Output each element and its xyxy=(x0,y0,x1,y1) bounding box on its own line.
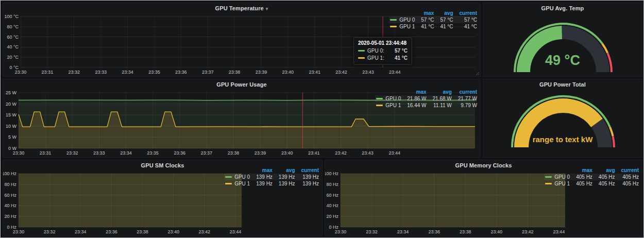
svg-text:20 Hz: 20 Hz xyxy=(4,214,16,219)
panel-title-text: GPU SM Clocks xyxy=(141,162,184,168)
svg-text:23:43: 23:43 xyxy=(362,70,374,75)
svg-text:23:36: 23:36 xyxy=(175,70,187,75)
legend-header-avg[interactable]: avg xyxy=(592,167,615,174)
legend-series-gpu0[interactable]: GPU 0 xyxy=(224,174,250,180)
panel-title-gpu-power-total[interactable]: GPU Power Total xyxy=(483,79,642,90)
svg-text:5 W: 5 W xyxy=(8,134,17,140)
power-legend: max avg current GPU 0 21.86 W 21.68 W 21… xyxy=(375,89,477,109)
graph-tooltip: 2020-05-01 23:44:48 GPU 0: 57 °C GPU 1: … xyxy=(353,37,412,65)
legend-header-avg[interactable]: avg xyxy=(273,167,295,174)
series-color-dash-icon xyxy=(225,176,232,178)
legend-value: 405 Hz xyxy=(592,180,615,187)
legend-series-gpu1[interactable]: GPU 1 xyxy=(375,102,401,109)
svg-text:23:38: 23:38 xyxy=(460,229,471,234)
svg-text:23:44: 23:44 xyxy=(553,229,565,234)
svg-text:23:40: 23:40 xyxy=(281,150,293,156)
gauge-value-power-total: range to text kW xyxy=(483,135,642,144)
legend-series-gpu0[interactable]: GPU 0 xyxy=(389,16,415,23)
legend-header-max[interactable]: max xyxy=(250,167,273,174)
legend-series-gpu0[interactable]: GPU 0 xyxy=(544,174,570,180)
svg-text:23:30: 23:30 xyxy=(335,229,347,234)
tooltip-row-gpu1: GPU 1: 41 °C xyxy=(358,55,408,62)
svg-text:23:39: 23:39 xyxy=(255,150,266,156)
legend-header-row: max avg current xyxy=(389,10,477,16)
series-color-dash-icon xyxy=(390,19,397,21)
legend-value: 405 Hz xyxy=(570,180,592,187)
svg-text:23:41: 23:41 xyxy=(309,70,320,75)
svg-text:40 °C: 40 °C xyxy=(7,44,19,49)
svg-text:40 Hz: 40 Hz xyxy=(4,203,16,208)
series-color-dash-icon xyxy=(376,98,383,99)
legend-series-gpu1[interactable]: GPU 1 xyxy=(544,180,570,187)
panel-resize-handle[interactable] xyxy=(475,71,479,75)
chevron-down-icon[interactable]: ▾ xyxy=(266,6,268,11)
svg-text:23:42: 23:42 xyxy=(335,70,347,75)
legend-header-row: max avg current xyxy=(375,89,477,95)
svg-text:23:44: 23:44 xyxy=(389,70,401,75)
legend-value: 57 °C xyxy=(415,16,434,23)
legend-value: 139 Hz xyxy=(273,174,295,180)
svg-text:23:37: 23:37 xyxy=(202,70,214,75)
svg-text:23:32: 23:32 xyxy=(66,150,78,156)
legend-header-current[interactable]: current xyxy=(295,167,319,174)
legend-series-gpu1[interactable]: GPU 1 xyxy=(224,180,250,187)
legend-row-gpu1: GPU 1 41 °C 41 °C 41 °C xyxy=(389,23,477,30)
panel-gpu-sm-clocks: GPU SM Clocks 100 Hz80 Hz60 Hz40 Hz20 Hz… xyxy=(3,160,323,236)
legend-row-gpu0: GPU 0 405 Hz 405 Hz 405 Hz xyxy=(544,174,639,180)
panel-gpu-power-total: GPU Power Total range to text kW xyxy=(483,79,642,158)
legend-value: 21.86 W xyxy=(401,95,426,102)
legend-value: 57 °C xyxy=(434,16,453,23)
sm-clocks-legend: max avg current GPU 0 139 Hz 139 Hz 139 … xyxy=(224,167,319,187)
legend-row-gpu0: GPU 0 57 °C 57 °C 57 °C xyxy=(389,16,477,23)
svg-text:60 Hz: 60 Hz xyxy=(4,193,16,198)
series-color-dash-icon xyxy=(376,105,383,106)
svg-text:23:42: 23:42 xyxy=(199,229,211,234)
panel-title-text: GPU Power Usage xyxy=(216,81,266,88)
legend-value: 139 Hz xyxy=(250,174,273,180)
panel-gpu-temperature: GPU Temperature▾ 100 °C80 °C60 °C40 °C20… xyxy=(3,3,481,77)
panel-title-gpu-power-usage[interactable]: GPU Power Usage xyxy=(3,79,480,90)
svg-text:40 Hz: 40 Hz xyxy=(326,203,338,208)
svg-text:23:34: 23:34 xyxy=(120,150,132,156)
panel-title-gpu-avg-temp[interactable]: GPU Avg. Temp xyxy=(483,3,642,13)
svg-text:23:38: 23:38 xyxy=(137,229,148,234)
svg-text:23:36: 23:36 xyxy=(106,229,117,234)
svg-text:23:36: 23:36 xyxy=(174,150,185,156)
svg-text:23:32: 23:32 xyxy=(68,70,80,75)
svg-text:23:40: 23:40 xyxy=(282,70,294,75)
legend-header-avg[interactable]: avg xyxy=(427,89,452,95)
power-total-gauge xyxy=(483,90,643,157)
svg-text:80 °C: 80 °C xyxy=(7,24,19,29)
svg-text:23:34: 23:34 xyxy=(75,229,87,234)
legend-header-avg[interactable]: avg xyxy=(434,10,453,16)
legend-header-current[interactable]: current xyxy=(615,167,639,174)
legend-value: 405 Hz xyxy=(592,174,615,180)
svg-text:80 Hz: 80 Hz xyxy=(4,182,16,187)
svg-text:23:30: 23:30 xyxy=(13,150,25,156)
legend-header-current[interactable]: current xyxy=(453,10,477,16)
svg-text:23:33: 23:33 xyxy=(95,70,107,75)
svg-text:23:38: 23:38 xyxy=(229,70,241,75)
series-color-dash-icon xyxy=(390,26,397,27)
svg-text:23:34: 23:34 xyxy=(122,70,133,75)
legend-header-max[interactable]: max xyxy=(401,89,426,95)
legend-header-max[interactable]: max xyxy=(570,167,592,174)
panel-title-text: GPU Power Total xyxy=(539,81,586,88)
legend-row-gpu0: GPU 0 139 Hz 139 Hz 139 Hz xyxy=(224,174,319,180)
legend-header-max[interactable]: max xyxy=(415,10,434,16)
legend-value: 405 Hz xyxy=(570,174,592,180)
svg-text:23:32: 23:32 xyxy=(44,229,56,234)
svg-text:23:38: 23:38 xyxy=(228,150,240,156)
svg-text:23:41: 23:41 xyxy=(308,150,320,156)
svg-text:23:39: 23:39 xyxy=(256,70,267,75)
svg-text:100 °C: 100 °C xyxy=(4,14,19,19)
svg-text:23:36: 23:36 xyxy=(428,229,440,234)
legend-series-gpu0[interactable]: GPU 0 xyxy=(375,95,401,102)
svg-text:23:31: 23:31 xyxy=(40,150,52,156)
legend-row-gpu0: GPU 0 21.86 W 21.68 W 21.77 W xyxy=(375,95,477,102)
legend-header-current[interactable]: current xyxy=(452,89,477,95)
legend-value: 405 Hz xyxy=(615,180,639,187)
svg-text:23:43: 23:43 xyxy=(362,150,374,156)
legend-series-gpu1[interactable]: GPU 1 xyxy=(389,23,415,30)
legend-value: 41 °C xyxy=(415,23,434,30)
